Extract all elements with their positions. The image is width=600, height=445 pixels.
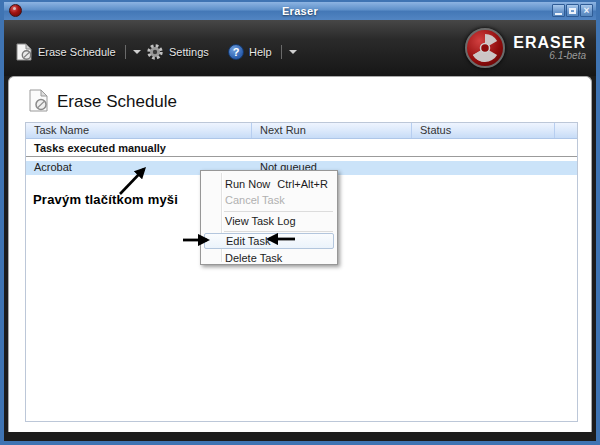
- task-table[interactable]: Task Name Next Run Status Tasks executed…: [25, 122, 578, 422]
- page-header: Erase Schedule: [29, 89, 177, 112]
- context-menu: Run Now Ctrl+Alt+R Cancel Task View Task…: [200, 170, 338, 265]
- minimize-icon: [555, 13, 562, 15]
- menu-item-label: View Task Log: [225, 215, 296, 227]
- maximize-button[interactable]: [566, 4, 579, 17]
- minimize-button[interactable]: [552, 4, 565, 17]
- brand-area: ERASER 6.1-beta: [465, 28, 586, 68]
- erase-schedule-page-icon: [29, 89, 48, 112]
- titlebar: Eraser ×: [4, 2, 596, 20]
- settings-button[interactable]: Settings: [146, 40, 209, 64]
- help-label: Help: [249, 46, 272, 58]
- toolbar: Erase Schedule Settings ? Help: [4, 20, 596, 76]
- settings-label: Settings: [169, 46, 209, 58]
- menu-item-label: Run Now: [225, 178, 270, 190]
- menu-item-cancel-task: Cancel Task: [204, 192, 334, 208]
- settings-gear-icon: [146, 43, 164, 61]
- close-button[interactable]: ×: [580, 4, 593, 17]
- table-header: Task Name Next Run Status: [26, 123, 577, 139]
- window-title: Eraser: [4, 5, 596, 17]
- brand-text: ERASER 6.1-beta: [513, 35, 586, 61]
- help-icon: ?: [228, 44, 244, 60]
- eraser-radiation-logo-icon: [465, 28, 505, 68]
- menu-item-label: Cancel Task: [225, 194, 285, 206]
- page-title: Erase Schedule: [57, 92, 177, 112]
- menu-item-label: Delete Task: [225, 252, 282, 264]
- menu-separator: [224, 231, 333, 232]
- erase-schedule-dropdown-icon[interactable]: [133, 50, 141, 54]
- menu-item-view-task-log[interactable]: View Task Log: [204, 213, 334, 229]
- app-logo-icon: [9, 4, 22, 17]
- erase-schedule-icon: [16, 43, 33, 61]
- menu-item-shortcut: Ctrl+Alt+R: [277, 178, 334, 190]
- toolbar-separator: [281, 45, 282, 59]
- maximize-icon: [569, 8, 576, 14]
- help-button[interactable]: ? Help: [228, 40, 297, 64]
- group-header-manual-tasks: Tasks executed manually: [26, 142, 577, 157]
- help-dropdown-icon[interactable]: [289, 50, 297, 54]
- column-header-spare: [555, 123, 577, 138]
- column-header-next-run[interactable]: Next Run: [252, 123, 412, 138]
- task-status-cell: [412, 161, 555, 175]
- menu-item-delete-task[interactable]: Delete Task: [204, 250, 334, 266]
- column-header-status[interactable]: Status: [412, 123, 555, 138]
- menu-item-label: Edit Task: [226, 235, 270, 247]
- menu-item-run-now[interactable]: Run Now Ctrl+Alt+R: [204, 176, 334, 192]
- erase-schedule-button[interactable]: Erase Schedule: [16, 40, 141, 64]
- erase-schedule-label: Erase Schedule: [38, 46, 116, 58]
- menu-separator: [224, 211, 333, 212]
- menu-item-edit-task[interactable]: Edit Task: [204, 233, 334, 249]
- brand-name: ERASER: [513, 35, 586, 51]
- annotation-right-click-label: Pravým tlačítkom myši: [33, 192, 178, 207]
- column-header-task-name[interactable]: Task Name: [26, 123, 252, 138]
- close-icon: ×: [584, 6, 590, 16]
- brand-version: 6.1-beta: [513, 51, 586, 61]
- window-controls: ×: [552, 4, 593, 17]
- toolbar-separator: [125, 45, 126, 59]
